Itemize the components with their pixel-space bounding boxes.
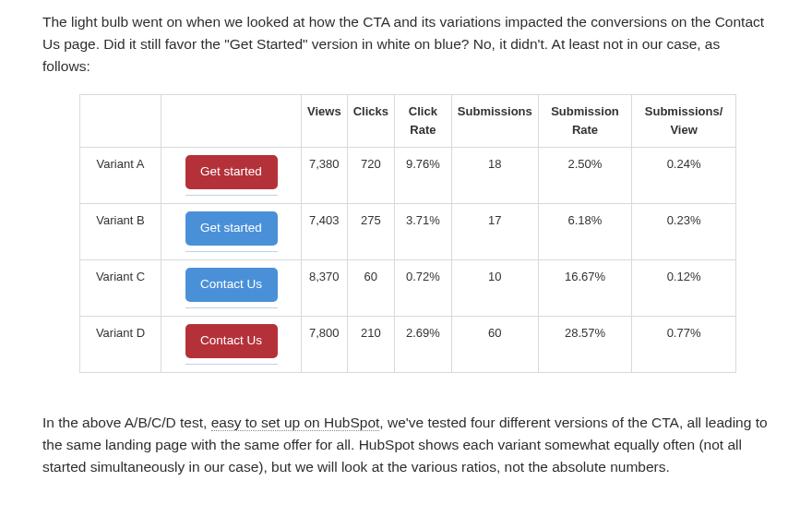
cell-submissions: 17 (451, 204, 538, 260)
col-header-submission-rate: Submission Rate (538, 95, 631, 148)
table-row: Variant B Get started 7,403 275 3.71% 17… (80, 204, 736, 260)
col-header-views: Views (302, 95, 348, 148)
cell-cta-preview: Get started (161, 148, 302, 204)
cell-submission-rate: 6.18% (538, 204, 631, 260)
cell-cta-preview: Get started (161, 204, 302, 260)
cell-click-rate: 0.72% (394, 260, 451, 317)
cell-clicks: 720 (347, 148, 394, 204)
cta-underline (185, 364, 278, 365)
cta-underline (185, 251, 278, 252)
cell-submissions-per-view: 0.77% (632, 317, 736, 373)
cell-submission-rate: 16.67% (538, 260, 631, 317)
cell-click-rate: 2.69% (394, 317, 451, 373)
cell-submission-rate: 2.50% (538, 148, 631, 204)
cell-variant: Variant C (80, 260, 161, 317)
hubspot-link[interactable]: easy to set up on HubSpot (211, 415, 380, 431)
cell-cta-preview: Contact Us (161, 317, 302, 373)
table-row: Variant A Get started 7,380 720 9.76% 18… (80, 148, 736, 204)
cell-clicks: 60 (347, 260, 394, 317)
cell-variant: Variant A (80, 148, 161, 204)
cta-button-sample: Get started (185, 155, 278, 189)
cell-submissions: 10 (451, 260, 538, 317)
cta-results-table: Views Clicks Click Rate Submissions Subm… (79, 94, 736, 373)
cell-click-rate: 3.71% (394, 204, 451, 260)
cell-variant: Variant B (80, 204, 161, 260)
cell-variant: Variant D (80, 317, 161, 373)
col-header-button (161, 95, 302, 148)
cell-views: 7,800 (302, 317, 348, 373)
cell-submissions-per-view: 0.12% (632, 260, 736, 317)
cell-clicks: 210 (347, 317, 394, 373)
cell-submissions-per-view: 0.23% (632, 204, 736, 260)
table-row: Variant C Contact Us 8,370 60 0.72% 10 1… (80, 260, 736, 317)
cta-button-sample: Get started (185, 211, 278, 246)
table-header-row: Views Clicks Click Rate Submissions Subm… (80, 95, 736, 148)
cell-submissions: 18 (451, 148, 538, 204)
cell-submissions-per-view: 0.24% (632, 148, 736, 204)
col-header-click-rate: Click Rate (394, 95, 451, 148)
col-header-clicks: Clicks (347, 95, 394, 148)
col-header-variant (80, 95, 161, 148)
cell-click-rate: 9.76% (394, 148, 451, 204)
outro-text-pre: In the above A/B/C/D test, (42, 415, 211, 430)
cta-button-sample: Contact Us (185, 324, 278, 358)
col-header-submissions-per-view: Submissions/ View (632, 95, 736, 148)
cell-views: 7,380 (302, 148, 348, 204)
table-row: Variant D Contact Us 7,800 210 2.69% 60 … (80, 317, 736, 373)
cell-cta-preview: Contact Us (161, 260, 302, 317)
col-header-submissions: Submissions (451, 95, 538, 148)
cta-button-sample: Contact Us (185, 268, 278, 302)
cta-results-table-wrap: Views Clicks Click Rate Submissions Subm… (79, 94, 770, 373)
cell-submission-rate: 28.57% (538, 317, 631, 373)
outro-paragraph: In the above A/B/C/D test, easy to set u… (42, 412, 770, 478)
cta-underline (185, 307, 278, 308)
cell-views: 8,370 (302, 260, 348, 317)
cta-underline (185, 195, 278, 196)
cell-submissions: 60 (451, 317, 538, 373)
cell-clicks: 275 (347, 204, 394, 260)
intro-paragraph: The light bulb went on when we looked at… (42, 11, 770, 78)
cell-views: 7,403 (302, 204, 348, 260)
